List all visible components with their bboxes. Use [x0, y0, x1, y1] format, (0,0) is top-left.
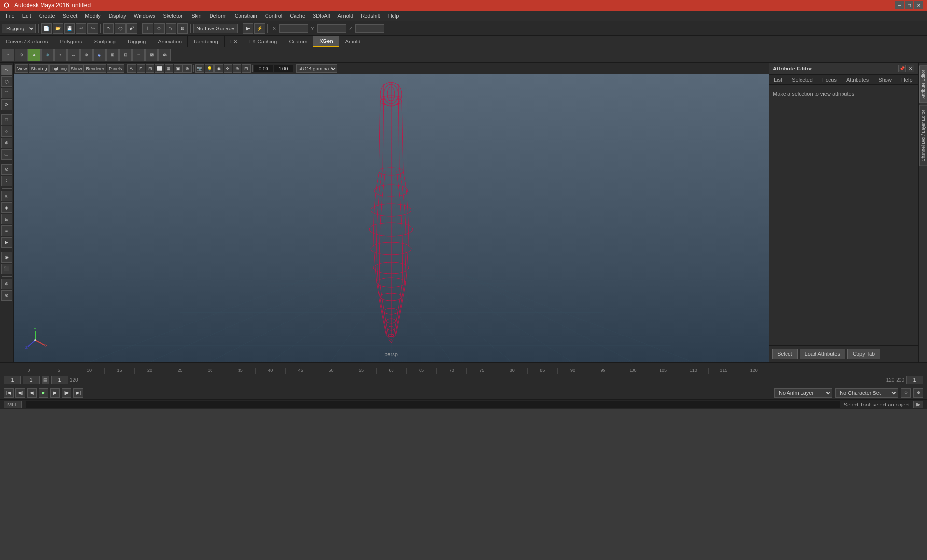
close-button[interactable]: ✕ [914, 1, 923, 9]
lt-ik-btn[interactable]: ⌇ [1, 176, 12, 186]
shelf-icon-5[interactable]: ↔ [67, 49, 80, 61]
pb-next-key-btn[interactable]: |▶ [62, 388, 71, 398]
lt-ep-btn[interactable]: ⟳ [1, 99, 12, 110]
frs-attr-editor-tab[interactable]: Attribute Editor [919, 66, 927, 103]
minimize-button[interactable]: ─ [895, 1, 904, 9]
lt-plane-btn[interactable]: ▭ [1, 149, 12, 160]
open-btn[interactable]: 📂 [53, 23, 63, 34]
lt-paint-btn[interactable]: ⬡ [1, 76, 12, 87]
lt-channel-btn[interactable]: ≡ [1, 225, 12, 236]
lt-grid-btn[interactable]: ⊞ [1, 191, 12, 201]
vp-isolate-btn[interactable]: ⊚ [233, 64, 241, 73]
paint-sel-btn[interactable]: 🖌 [126, 23, 137, 34]
manip-btn[interactable]: ⊞ [177, 23, 188, 34]
shelf-icon-12[interactable]: ⊗ [158, 49, 171, 61]
shelf-home[interactable]: ⌂ [2, 49, 14, 61]
char-set-select[interactable]: No Character Set [835, 388, 898, 398]
shelf-icon-4[interactable]: ↕ [54, 49, 67, 61]
vp-sel-btn[interactable]: ◉ [214, 64, 223, 73]
lt-box-btn[interactable]: □ [1, 114, 12, 125]
vp-arrow-btn[interactable]: ↖ [127, 64, 136, 73]
frame-input[interactable] [906, 376, 923, 384]
render-btn[interactable]: ▶ [243, 23, 253, 34]
ae-close-btn[interactable]: ✕ [907, 65, 914, 72]
menu-windows[interactable]: Windows [130, 12, 159, 20]
menu-cache[interactable]: Cache [286, 12, 309, 20]
workspace-selector[interactable]: Rigging [2, 24, 36, 33]
vp-snap-btn[interactable]: ✛ [224, 64, 232, 73]
tab-curves-surfaces[interactable]: Curves / Surfaces [0, 36, 54, 47]
time-start-input[interactable] [254, 65, 273, 72]
xyz-y-input[interactable] [317, 24, 346, 33]
xyz-z-input[interactable] [355, 24, 384, 33]
pb-play-btn[interactable]: ▶ [39, 388, 48, 398]
pb-go-start-btn[interactable]: |◀ [4, 388, 14, 398]
menu-3dtall[interactable]: 3DtoAll [309, 12, 334, 20]
menu-display[interactable]: Display [105, 12, 130, 20]
copy-tab-button[interactable]: Copy Tab [847, 349, 880, 359]
lt-select-btn[interactable]: ↖ [1, 65, 12, 75]
undo-btn[interactable]: ↩ [76, 23, 86, 34]
tab-polygons[interactable]: Polygons [54, 36, 88, 47]
lt-misc2-btn[interactable]: ⊛ [1, 290, 12, 301]
tab-fx[interactable]: FX [225, 36, 243, 47]
redo-btn[interactable]: ↪ [87, 23, 98, 34]
menu-deform[interactable]: Deform [206, 12, 231, 20]
shelf-icon-10[interactable]: ≡ [132, 49, 145, 61]
vp-btn5[interactable]: ▣ [174, 64, 183, 73]
shelf-icon-1[interactable]: ⊙ [15, 49, 28, 61]
ae-tab-help[interactable]: Help [897, 75, 917, 84]
lt-misc1-btn[interactable]: ⊚ [1, 279, 12, 289]
menu-create[interactable]: Create [35, 12, 59, 20]
menu-redshift[interactable]: Redshift [357, 12, 384, 20]
mel-label[interactable]: MEL [4, 401, 22, 408]
pb-prev-key-btn[interactable]: ◀| [15, 388, 25, 398]
shelf-icon-6[interactable]: ⊛ [80, 49, 93, 61]
tab-xgen[interactable]: XGen [313, 36, 339, 47]
lt-curve-btn[interactable]: ⌒ [1, 88, 12, 98]
shelf-icon-7[interactable]: ◈ [93, 49, 106, 61]
save-btn[interactable]: 💾 [64, 23, 75, 34]
frame-current-field[interactable] [23, 376, 40, 384]
select-button[interactable]: Select [772, 349, 798, 359]
menu-file[interactable]: File [2, 12, 18, 20]
ae-tab-list[interactable]: List [769, 75, 787, 84]
status-scroll-btn[interactable]: ▶ [913, 401, 923, 408]
anim-layer-select[interactable]: No Anim Layer [774, 388, 832, 398]
timeline-ruler[interactable]: 0 5 10 15 20 25 30 35 40 45 50 55 60 65 … [14, 368, 769, 374]
vp-btn6[interactable]: ⊗ [183, 64, 192, 73]
vp-renderer-btn[interactable]: Renderer [84, 64, 106, 73]
menu-modify[interactable]: Modify [81, 12, 104, 20]
ae-pin-btn[interactable]: 📌 [898, 65, 906, 72]
lt-anim-btn[interactable]: ▶ [1, 237, 12, 248]
new-scene-btn[interactable]: 📄 [41, 23, 52, 34]
tab-sculpting[interactable]: Sculpting [88, 36, 122, 47]
lasso-btn[interactable]: ◌ [115, 23, 126, 34]
maximize-button[interactable]: □ [905, 1, 913, 9]
select-tool-btn[interactable]: ↖ [103, 23, 114, 34]
lt-attr-btn[interactable]: ⊟ [1, 214, 12, 224]
ae-tab-show[interactable]: Show [873, 75, 897, 84]
lt-render-btn[interactable]: ◉ [1, 252, 12, 263]
vp-btn1[interactable]: ⊡ [137, 64, 145, 73]
frame-end-field2[interactable] [51, 376, 68, 384]
vp-btn2[interactable]: ⊞ [146, 64, 154, 73]
menu-skin[interactable]: Skin [187, 12, 205, 20]
tab-fx-caching[interactable]: FX Caching [243, 36, 283, 47]
menu-control[interactable]: Control [261, 12, 286, 20]
rotate-btn[interactable]: ⟳ [154, 23, 165, 34]
load-attributes-button[interactable]: Load Attributes [800, 349, 845, 359]
shelf-icon-11[interactable]: ⊠ [145, 49, 158, 61]
vp-btn3[interactable]: ⬜ [155, 64, 164, 73]
menu-constrain[interactable]: Constrain [231, 12, 261, 20]
pb-settings-btn[interactable]: ⚙ [913, 388, 923, 398]
menu-help[interactable]: Help [384, 12, 403, 20]
frs-channel-box-tab[interactable]: Channel Box / Layer Editor [919, 105, 927, 166]
vp-light-btn[interactable]: 💡 [205, 64, 214, 73]
lt-joint-btn[interactable]: ⊙ [1, 164, 12, 175]
ipr-btn[interactable]: ⚡ [254, 23, 265, 34]
shelf-icon-8[interactable]: ⊞ [106, 49, 119, 61]
timeline-area[interactable]: 0 5 10 15 20 25 30 35 40 45 50 55 60 65 … [0, 362, 927, 374]
pb-next-frame-btn[interactable]: ▶ [50, 388, 60, 398]
vp-grid-btn[interactable]: ⊟ [242, 64, 251, 73]
